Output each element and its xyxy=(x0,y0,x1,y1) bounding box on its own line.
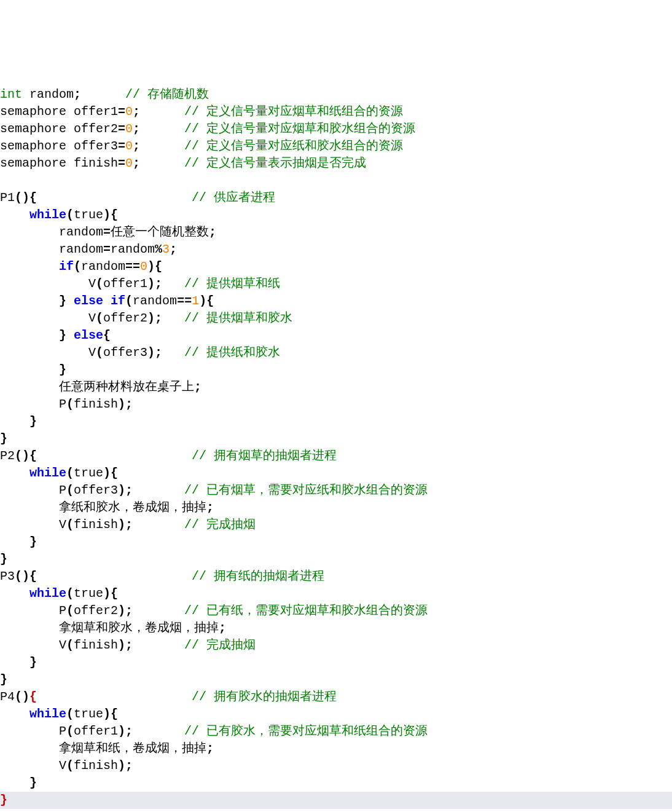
op: = xyxy=(118,139,125,153)
paren-brace: ){ xyxy=(147,259,162,274)
comment: // 拥有胶水的抽烟者进程 xyxy=(37,690,337,704)
code-block: int random; // 存储随机数 semaphore offer1=0;… xyxy=(0,69,672,809)
keyword-else: else xyxy=(74,328,103,342)
code-line: P(offer2); // 已有纸，需要对应烟草和胶水组合的资源 xyxy=(0,604,428,618)
comment: // 已有纸，需要对应烟草和胶水组合的资源 xyxy=(133,604,428,618)
paren: ( xyxy=(66,604,74,618)
paren-brace: ){ xyxy=(103,707,118,721)
paren-brace: (){ xyxy=(15,191,37,205)
identifier: offer1 xyxy=(103,277,147,291)
paren-brace: ){ xyxy=(103,208,118,222)
code-line: P(offer3); // 已有烟草，需要对应纸和胶水组合的资源 xyxy=(0,483,428,497)
op: = xyxy=(118,156,125,170)
semicolon: ; xyxy=(209,225,216,239)
indent xyxy=(0,294,59,308)
number: 0 xyxy=(140,259,147,274)
brace: } xyxy=(59,328,66,342)
semicolon: ; xyxy=(133,139,140,153)
keyword-while: while xyxy=(29,707,66,721)
indent xyxy=(0,414,29,428)
indent xyxy=(0,776,29,790)
keyword-if: if xyxy=(111,294,125,308)
space xyxy=(66,328,74,342)
code-line: } xyxy=(0,776,37,790)
code-line: } else{ xyxy=(0,328,111,342)
identifier: P3 xyxy=(0,569,15,583)
code-line: V(offer3); // 提供纸和胶水 xyxy=(0,345,280,360)
code-line-highlighted: } xyxy=(0,792,672,809)
paren-semicolon: ); xyxy=(118,483,133,497)
code-line: semaphore offer2=0; // 定义信号量对应烟草和胶水组合的资源 xyxy=(0,122,415,136)
identifier: P4 xyxy=(0,690,15,704)
paren-semicolon: ); xyxy=(118,759,133,773)
code-line: while(true){ xyxy=(0,586,118,601)
identifier: offer3 xyxy=(74,483,118,497)
comment: // 定义信号量对应纸和胶水组合的资源 xyxy=(140,139,403,153)
identifier: P xyxy=(0,397,66,411)
comment: // 定义信号量对应烟草和纸组合的资源 xyxy=(140,104,403,119)
identifier: random xyxy=(81,259,125,274)
code-line: V(finish); xyxy=(0,759,133,773)
paren-semicolon: ); xyxy=(147,277,162,291)
semicolon: ; xyxy=(133,122,140,136)
op: == xyxy=(177,294,192,308)
space xyxy=(103,294,111,308)
code-line: P3(){ // 拥有纸的抽烟者进程 xyxy=(0,569,324,583)
identifier: random xyxy=(133,294,177,308)
code-line: } xyxy=(0,655,37,669)
indent xyxy=(0,259,59,274)
code-line: } xyxy=(0,535,37,549)
paren-semicolon: ); xyxy=(147,345,162,360)
indent xyxy=(0,586,29,601)
code-line: V(offer2); // 提供烟草和胶水 xyxy=(0,311,292,325)
brace: } xyxy=(29,414,37,428)
text: 任意一个随机整数 xyxy=(111,225,209,239)
paren: ( xyxy=(125,294,133,308)
paren: ( xyxy=(66,707,74,721)
code-line: random=任意一个随机整数; xyxy=(0,225,216,239)
comment: // 提供烟草和胶水 xyxy=(162,311,292,325)
identifier: P xyxy=(0,604,66,618)
indent xyxy=(0,535,29,549)
indent xyxy=(0,707,29,721)
code-line: V(finish); // 完成抽烟 xyxy=(0,518,256,532)
identifier: semaphore offer1 xyxy=(0,104,118,119)
paren: ( xyxy=(74,259,81,274)
paren: ( xyxy=(66,483,74,497)
text: 任意两种材料放在桌子上 xyxy=(0,380,194,394)
paren-brace: ){ xyxy=(199,294,214,308)
indent xyxy=(0,655,29,669)
paren: ( xyxy=(66,724,74,738)
comment: // 定义信号量表示抽烟是否完成 xyxy=(140,156,366,170)
identifier: V xyxy=(0,277,96,291)
code-line: } else if(random==1){ xyxy=(0,294,214,308)
op: = xyxy=(103,225,111,239)
semicolon: ; xyxy=(206,500,214,514)
number: 3 xyxy=(162,242,170,256)
keyword-while: while xyxy=(29,208,66,222)
identifier: semaphore finish xyxy=(0,156,118,170)
paren-semicolon: ); xyxy=(118,724,133,738)
code-line: V(finish); // 完成抽烟 xyxy=(0,638,256,652)
indent xyxy=(0,466,29,480)
paren-brace: ){ xyxy=(103,466,118,480)
paren-semicolon: ); xyxy=(118,604,133,618)
comment: // 定义信号量对应烟草和胶水组合的资源 xyxy=(140,122,415,136)
semicolon: ; xyxy=(170,242,177,256)
paren: ( xyxy=(96,345,103,360)
code-line: while(true){ xyxy=(0,208,118,222)
keyword-while: while xyxy=(29,466,66,480)
paren-semicolon: ); xyxy=(118,397,133,411)
identifier: semaphore offer3 xyxy=(0,139,118,153)
semicolon: ; xyxy=(194,380,201,394)
paren-semicolon: ); xyxy=(118,638,133,652)
keyword-while: while xyxy=(29,586,66,601)
op: = xyxy=(118,104,125,119)
code-line: semaphore finish=0; // 定义信号量表示抽烟是否完成 xyxy=(0,156,366,170)
semicolon: ; xyxy=(133,104,140,119)
code-line: random=random%3; xyxy=(0,242,177,256)
brace: } xyxy=(29,535,37,549)
indent xyxy=(0,208,29,222)
identifier: true xyxy=(74,586,103,601)
paren-brace: (){ xyxy=(15,569,37,583)
